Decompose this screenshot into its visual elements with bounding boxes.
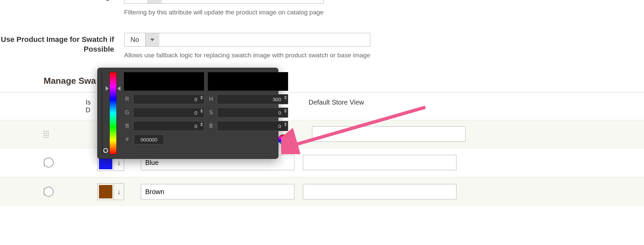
spinner-up-icon[interactable] <box>284 122 287 124</box>
swatch-preview[interactable] <box>97 183 114 200</box>
use-product-image-label: Use Product Image for Swatch if Possible <box>0 33 124 54</box>
b-input[interactable] <box>133 121 204 131</box>
spinner-down-icon[interactable] <box>284 111 287 113</box>
v-input[interactable] <box>217 121 288 131</box>
color-wheel-button[interactable] <box>278 134 288 144</box>
saturation-box[interactable] <box>102 72 102 155</box>
s-label: S <box>208 110 214 116</box>
drag-icon <box>44 131 49 138</box>
is-default-radio[interactable] <box>44 158 54 168</box>
spinner-down-icon[interactable] <box>200 111 203 113</box>
table-header: Is D Default Store View <box>0 93 644 120</box>
r-input[interactable] <box>133 94 204 104</box>
g-input[interactable] <box>133 108 204 118</box>
use-product-image-help: Allows use fallback logic for replacing … <box>124 52 370 59</box>
hash-label: # <box>124 136 130 142</box>
hex-input[interactable] <box>134 134 164 144</box>
section-title: Manage Swa <box>0 76 644 93</box>
admin-label-input[interactable] <box>141 184 294 199</box>
color-picker: R H G S B B <box>97 68 278 159</box>
s-input[interactable] <box>217 108 288 118</box>
spinner-up-icon[interactable] <box>284 96 287 97</box>
spinner-down-icon[interactable] <box>200 98 203 100</box>
default-store-header: Default Store View <box>309 99 470 114</box>
drag-handle[interactable] <box>0 188 44 195</box>
saturation-cursor-icon <box>103 148 108 153</box>
r-label: R <box>124 96 130 102</box>
drag-handle[interactable] <box>0 131 44 138</box>
spinner-down-icon[interactable] <box>284 98 287 100</box>
hue-slider-icon <box>106 86 109 91</box>
spinner-up-icon[interactable] <box>200 96 203 97</box>
b-label: B <box>124 123 130 129</box>
chevron-down-icon <box>145 33 159 46</box>
swatch-row: ↓ <box>0 148 644 177</box>
spinner-up-icon[interactable] <box>284 109 287 111</box>
hue-slider-icon <box>117 86 120 91</box>
is-default-radio[interactable] <box>44 187 54 197</box>
color-preview-current <box>124 72 204 91</box>
is-default-header: Is D <box>40 99 94 114</box>
store-view-input[interactable] <box>303 184 457 199</box>
spinner-up-icon[interactable] <box>200 122 203 124</box>
color-preview-new <box>208 72 288 91</box>
spinner-up-icon[interactable] <box>200 109 203 111</box>
preview-image-value: Yes <box>124 0 148 3</box>
swatch-row: ↓ <box>0 177 644 206</box>
store-view-input[interactable] <box>303 155 457 170</box>
use-product-image-value: No <box>124 33 145 46</box>
drag-handle[interactable] <box>0 159 44 166</box>
h-input[interactable] <box>217 94 288 104</box>
swatch-row <box>0 120 644 148</box>
spinner-down-icon[interactable] <box>284 125 287 126</box>
h-label: H <box>208 96 214 102</box>
preview-image-help: Filtering by this attribute will update … <box>124 9 324 16</box>
preview-image-label: Preview Image <box>0 0 124 2</box>
spinner-down-icon[interactable] <box>200 125 203 126</box>
preview-image-select[interactable]: Yes <box>124 0 324 4</box>
store-view-input[interactable] <box>312 126 466 142</box>
g-label: G <box>124 110 130 116</box>
chevron-down-icon <box>148 0 162 3</box>
swatch-dropdown-icon[interactable]: ↓ <box>114 183 124 200</box>
v-label: B <box>208 123 214 129</box>
use-product-image-select[interactable]: No <box>124 33 370 47</box>
hue-bar[interactable] <box>109 72 117 155</box>
